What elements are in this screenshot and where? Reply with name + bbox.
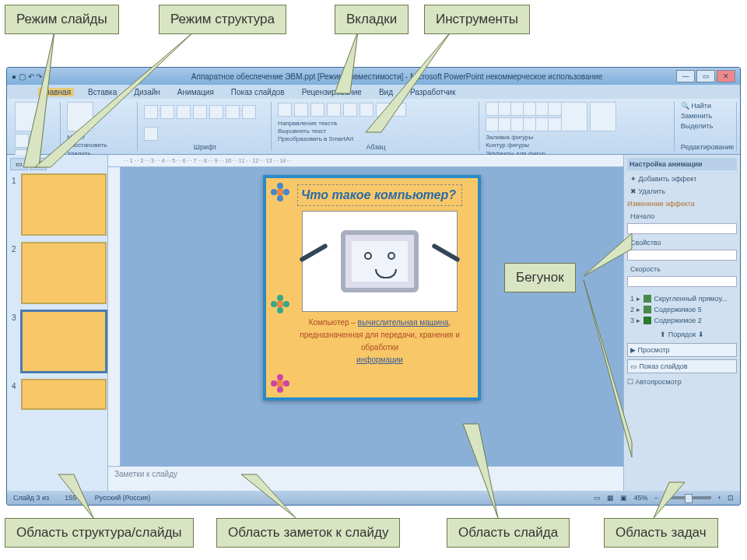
arrange-button[interactable] — [561, 102, 587, 131]
view-sorter-button[interactable]: ▦ — [607, 494, 614, 502]
view-normal-button[interactable]: ▭ — [594, 494, 601, 502]
callout-outline-slides-area: Область структура/слайды — [5, 518, 194, 548]
close-button[interactable]: ✕ — [717, 70, 735, 82]
shape-outline-button[interactable]: Контур фигуры — [486, 142, 545, 149]
callout-tools: Инструменты — [424, 5, 530, 34]
minimize-button[interactable]: — — [676, 70, 695, 82]
task-pane-title: Настройка анимации — [627, 158, 737, 170]
shape-button[interactable] — [548, 117, 562, 131]
align-left-button[interactable] — [343, 103, 357, 117]
align-text-button[interactable]: Выровнять текст — [278, 128, 353, 135]
slide-body-text[interactable]: Компьютер – вычислительная машина, предн… — [297, 317, 462, 366]
slide-thumbnail-3[interactable]: 3 — [21, 310, 107, 373]
vertical-ruler[interactable] — [108, 167, 121, 466]
fit-to-window-button[interactable]: ⊡ — [728, 494, 734, 502]
speed-select[interactable] — [627, 276, 737, 287]
current-slide[interactable]: Что такое компьютер? — [263, 175, 481, 401]
notes-pane[interactable]: Заметки к слайду — [108, 466, 623, 491]
animation-item-3[interactable]: 3 ▸ Содержимое 2 — [627, 315, 737, 326]
reset-button[interactable]: Восстановить — [67, 142, 107, 149]
start-select[interactable] — [627, 223, 737, 234]
callout-task-area: Область задач — [604, 518, 718, 548]
quick-styles-button[interactable] — [590, 102, 616, 131]
play-button[interactable]: ▶ Просмотр — [627, 343, 737, 357]
reorder-controls[interactable]: ⬆ Порядок ⬇ — [627, 331, 737, 338]
change-case-button[interactable] — [242, 105, 256, 119]
italic-button[interactable] — [160, 105, 174, 119]
tab-animation[interactable]: Анимация — [174, 88, 217, 96]
slides-tab[interactable]: ▭ — [10, 158, 28, 170]
tab-review[interactable]: Рецензирование — [299, 88, 365, 96]
find-button[interactable]: 🔍 Найти — [681, 102, 711, 110]
layout-button[interactable]: Макет — [67, 134, 107, 142]
bullets-button[interactable] — [278, 103, 292, 117]
align-right-button[interactable] — [376, 103, 390, 117]
tab-insert[interactable]: Вставка — [85, 88, 120, 96]
ribbon-group-slides: Макет Восстановить Удалить Слайды — [62, 102, 138, 151]
animation-item-1[interactable]: 1 ▸ Скругленный прямоу... — [627, 293, 737, 304]
tab-design[interactable]: Дизайн — [131, 88, 163, 96]
svg-point-10 — [276, 188, 284, 196]
font-color-button[interactable] — [144, 127, 158, 141]
zoom-level[interactable]: 45% — [633, 494, 647, 502]
numbering-button[interactable] — [294, 103, 308, 117]
zoom-in-button[interactable]: + — [717, 494, 721, 502]
new-slide-button[interactable] — [67, 102, 93, 131]
maximize-button[interactable]: ▭ — [696, 70, 715, 82]
slideshow-button[interactable]: ▭ Показ слайдов — [627, 359, 737, 373]
tab-home[interactable]: Главная — [38, 88, 74, 96]
zoom-out-button[interactable]: − — [654, 494, 658, 502]
indent-inc-button[interactable] — [327, 103, 341, 117]
align-center-button[interactable] — [359, 103, 374, 117]
tab-slideshow[interactable]: Показ слайдов — [228, 88, 288, 96]
tab-developer[interactable]: Разработчик — [407, 88, 458, 96]
justify-button[interactable] — [392, 103, 406, 117]
convert-smartart-button[interactable]: Преобразовать в SmartArt — [278, 135, 353, 143]
autopreview-checkbox[interactable]: ☐ Автопросмотр — [627, 378, 737, 386]
outline-tab[interactable]: ☰ — [30, 158, 47, 170]
slide-canvas[interactable]: Что такое компьютер? — [121, 167, 623, 466]
start-dropdown[interactable]: Начало — [627, 211, 737, 222]
indent-dec-button[interactable] — [310, 103, 324, 117]
slide-thumbnail-2[interactable]: 2 — [21, 242, 107, 304]
replace-button[interactable]: Заменить — [681, 112, 712, 120]
paste-button[interactable] — [15, 102, 41, 131]
horizontal-ruler[interactable]: · · 1 · · 2 · · 3 · · 4 · · 5 · · 6 · · … — [108, 155, 623, 167]
effect-change-label: Изменение эффекта — [627, 200, 737, 208]
strikethrough-button[interactable] — [193, 105, 207, 119]
remove-effect-button[interactable]: ✖ Удалить — [627, 186, 737, 197]
animation-item-2[interactable]: 2 ▸ Содержимое 5 — [627, 304, 737, 315]
tab-view[interactable]: Вид — [376, 88, 396, 96]
bold-button[interactable] — [144, 105, 158, 119]
add-effect-button[interactable]: ✦ Добавить эффект — [627, 173, 737, 184]
shape-fill-button[interactable]: Заливка фигуры — [486, 134, 545, 142]
quick-access-toolbar[interactable]: ● ▢ ↶ ↷ — [12, 72, 121, 81]
flower-icon — [271, 295, 289, 313]
underline-button[interactable] — [177, 105, 191, 119]
window-title: Аппаратное обеспечение ЭВМ.ppt [Режим со… — [121, 72, 673, 81]
svg-point-18 — [277, 307, 283, 313]
slide-thumbnail-1[interactable]: 1 — [21, 173, 107, 236]
ribbon-group-clipboard: Буфер об... — [10, 102, 61, 151]
slides-outline-pane[interactable]: ▭ ☰ 1 2 3 4 — [7, 155, 108, 491]
callout-slide-area: Область слайда — [447, 518, 570, 548]
char-spacing-button[interactable] — [226, 105, 240, 119]
animation-task-pane[interactable]: Настройка анимации ✦ Добавить эффект ✖ У… — [623, 155, 740, 491]
slide-image-placeholder[interactable] — [302, 211, 458, 312]
shadow-button[interactable] — [209, 105, 223, 119]
svg-point-11 — [277, 183, 283, 189]
svg-point-24 — [271, 380, 277, 387]
slide-thumbnail-4[interactable]: 4 — [21, 379, 107, 410]
zoom-slider[interactable] — [665, 496, 711, 499]
view-slideshow-button[interactable]: ▣ — [620, 494, 627, 502]
computer-illustration — [341, 230, 419, 292]
language-indicator[interactable]: Русский (Россия) — [95, 494, 150, 502]
ribbon: Буфер об... Макет Восстановить Удалить С… — [7, 99, 740, 155]
select-button[interactable]: Выделить — [681, 122, 714, 130]
shape-button[interactable] — [548, 102, 562, 116]
ribbon-group-paragraph: Направление текста Выровнять текст Преоб… — [273, 102, 479, 151]
slide-title-placeholder[interactable]: Что такое компьютер? — [297, 184, 462, 206]
text-direction-button[interactable]: Направление текста — [278, 120, 353, 128]
property-select[interactable] — [627, 250, 737, 261]
cut-button[interactable] — [15, 134, 29, 148]
